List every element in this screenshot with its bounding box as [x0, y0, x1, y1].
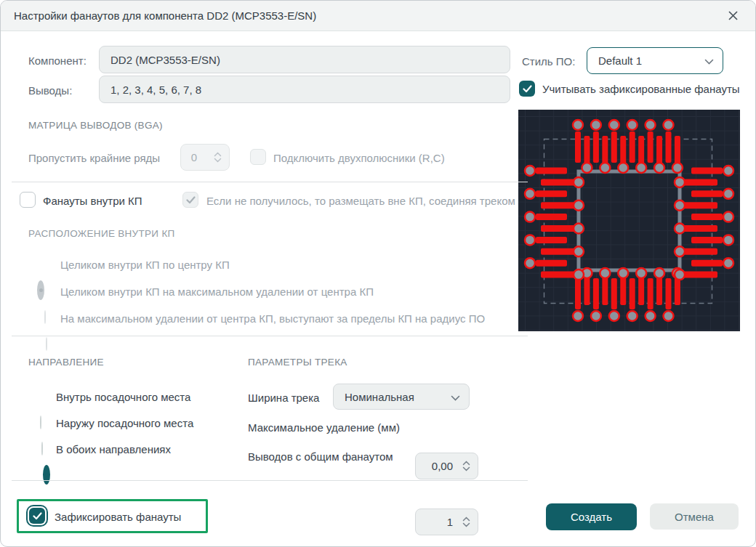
placement-radio-beyond-pad [46, 337, 47, 351]
chevron-down-icon [704, 54, 714, 67]
placement-radio-beyond-pad-label: На максимальном удалении от центра КП, в… [60, 310, 485, 326]
track-width-value: Номинальная [345, 391, 414, 403]
direction-radio-both-label: В обоих направлениях [56, 441, 171, 457]
track-width-label: Ширина трека [248, 389, 319, 405]
style-select[interactable]: Default 1 [587, 47, 723, 74]
component-value: DD2 (MCP3553-E/SN) [110, 54, 220, 66]
fanout-settings-dialog: Настройки фанаутов для компонента DD2 (M… [0, 0, 756, 547]
skip-rows-stepper: 0 [180, 144, 230, 171]
chevron-down-icon [451, 391, 460, 403]
create-button[interactable]: Создать [546, 503, 637, 530]
fanout-preview-svg [518, 110, 740, 331]
direction-radio-both[interactable] [43, 465, 50, 485]
stepper-arrows-icon[interactable] [459, 516, 478, 527]
pins-per-fanout-value: 1 [416, 516, 459, 528]
lock-fanouts-checkbox[interactable] [29, 508, 45, 524]
titlebar: Настройки фанаутов для компонента DD2 (M… [1, 1, 755, 31]
pins-value: 1, 2, 3, 4, 5, 6, 7, 8 [110, 84, 201, 96]
skip-rows-label: Пропустить крайние ряды [28, 150, 160, 166]
pins-per-fanout-label: Выводов с общим фанаутом [248, 448, 393, 464]
connect-two-pin-label: Подключить двухполюсники (R,C) [273, 150, 445, 166]
style-value: Default 1 [598, 54, 642, 67]
close-icon[interactable] [723, 7, 742, 25]
max-distance-label: Максимальное удаление (мм) [248, 419, 400, 435]
pins-per-fanout-stepper[interactable]: 1 [415, 508, 478, 535]
placement-radio-max-offset [44, 310, 46, 324]
placement-section-header: РАСПОЛОЖЕНИЕ ВНУТРИ КП [28, 228, 175, 239]
bga-section-header: МАТРИЦА ВЫВОДОВ (BGA) [28, 120, 163, 131]
pins-field[interactable]: 1, 2, 3, 4, 5, 6, 7, 8 [99, 76, 510, 103]
separator [12, 480, 528, 481]
respect-fixed-checkbox[interactable] [519, 81, 535, 97]
direction-radio-inward[interactable] [40, 416, 41, 429]
fanouts-inside-pad-label: Фанауты внутри КП [43, 193, 142, 208]
pins-label: Выводы: [28, 82, 72, 98]
placement-radio-max-offset-label: Целиком внутри КП на максимальном удален… [60, 283, 374, 299]
separator [12, 182, 528, 182]
style-label: Стиль ПО: [522, 53, 575, 69]
direction-section-header: НАПРАВЛЕНИЕ [28, 357, 104, 368]
max-distance-stepper[interactable]: 0,00 [415, 453, 478, 479]
separator [12, 336, 528, 336]
placement-radio-center-label: Целиком внутри КП по центру КП [60, 256, 230, 272]
respect-fixed-row: Учитывать зафиксированные фанауты [519, 81, 740, 97]
direction-radio-outward[interactable] [41, 442, 43, 455]
respect-fixed-label: Учитывать зафиксированные фанауты [542, 81, 740, 97]
lock-fanouts-label: Зафиксировать фанауты [55, 508, 181, 524]
component-field[interactable]: DD2 (MCP3553-E/SN) [99, 46, 510, 73]
placement-radio-center [37, 280, 44, 300]
fanouts-inside-pad-checkbox[interactable] [20, 192, 36, 208]
stepper-arrows-icon[interactable] [459, 461, 478, 471]
fallback-outside-checkbox [182, 192, 198, 208]
track-section-header: ПАРАМЕТРЫ ТРЕКА [248, 357, 347, 368]
stepper-arrows-icon [210, 152, 229, 163]
direction-radio-outward-label: Наружу посадочного места [56, 415, 193, 431]
direction-radio-inward-label: Внутрь посадочного места [56, 389, 190, 405]
track-width-select[interactable]: Номинальная [333, 384, 470, 410]
cancel-button[interactable]: Отмена [650, 503, 739, 530]
fallback-outside-label: Если не получилось, то размещать вне КП,… [206, 193, 515, 208]
skip-rows-value: 0 [181, 151, 210, 163]
connect-two-pin-checkbox [250, 149, 266, 165]
max-distance-value: 0,00 [416, 460, 459, 472]
dialog-title: Настройки фанаутов для компонента DD2 (M… [14, 9, 316, 22]
component-label: Компонент: [28, 52, 87, 68]
